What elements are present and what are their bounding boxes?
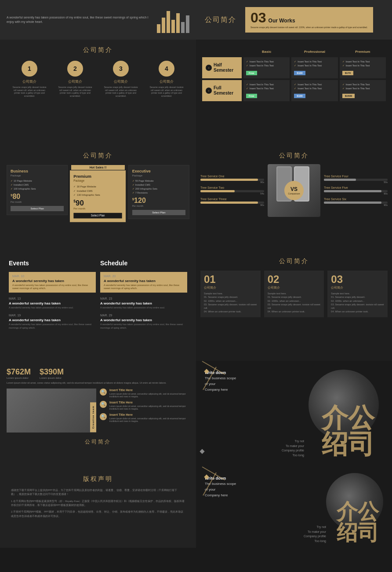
r5c1-insert-items: 🔍 Insert Title Here Lorem ipsum dolor si… bbox=[100, 389, 189, 433]
ncard-2-num: 02 bbox=[268, 274, 321, 285]
full-premium-price: $1500 bbox=[342, 94, 355, 98]
stat-1: $762M Lorem ipsum dolor bbox=[7, 367, 31, 379]
full-arrow[interactable]: › bbox=[206, 88, 212, 94]
panel-r1c2: 公司简介 03 Our Works Sesame snaps jelly des… bbox=[196, 0, 392, 40]
ncard-2-label: 公司简介 bbox=[268, 286, 321, 290]
r5c1-bottom-label: 公司简介 bbox=[7, 438, 189, 446]
th-premium: Premium bbox=[340, 48, 386, 55]
insert-2-icon: 🔍 bbox=[100, 401, 107, 408]
bar-chart bbox=[157, 7, 189, 33]
evt-1-highlighted: MAR. 10 A wonderful serenity has taken A… bbox=[9, 272, 96, 293]
ncard-3: 03 公司简介 Sample text here. 01. Sesame sna… bbox=[327, 271, 388, 317]
half-title: HalfSemester bbox=[214, 62, 233, 73]
num-item-4: 4 公司简介 Sesame snaps jelly dessert tootsi… bbox=[149, 61, 184, 97]
comp-left: Tree Service One 90s Tree Service Two 54… bbox=[200, 175, 264, 206]
pkg-business-f3: 100 Infographic Sets bbox=[11, 187, 64, 190]
numbered-cards: 01 公司简介 Sample text here. 01. Sesame sna… bbox=[200, 271, 388, 317]
pkg-executive-price: $120 bbox=[132, 197, 185, 205]
service-four: Tree Service Four 50s bbox=[324, 175, 388, 183]
stat-1-label: Lorem ipsum dolor bbox=[7, 377, 31, 379]
num-label-2: 公司简介 bbox=[68, 79, 82, 84]
bar-5 bbox=[176, 13, 180, 33]
schedule-col: Schedule MAR. 20 A wonderful serenity ha… bbox=[100, 260, 187, 334]
pkg-executive-btn[interactable]: Select Plan bbox=[132, 210, 185, 215]
schedule-title: Schedule bbox=[100, 260, 187, 267]
semester-table: Basic Professional Premium › HalfSemeste… bbox=[200, 46, 388, 103]
pkg-business-price: $80 bbox=[11, 193, 64, 201]
row5: $762M Lorem ipsum dolor $390M Lorem ipsu… bbox=[0, 361, 392, 466]
pkg-executive-f3: 200 Infographic Sets bbox=[132, 187, 185, 190]
pkg-business: Business Package 10 Page Website Install… bbox=[7, 165, 68, 215]
insert-2-text: Insert Title Here Lorem ipsum dolor sit … bbox=[109, 401, 189, 411]
half-basic: Insert Text In This Text Insert Text In … bbox=[243, 57, 290, 78]
service-six: Tree Service Six 90s bbox=[324, 198, 388, 206]
num-circle-4: 4 bbox=[159, 61, 174, 77]
th-professional: Professional bbox=[291, 48, 338, 55]
ncard-1-label: 公司简介 bbox=[204, 286, 257, 290]
evt-1: MAR. 10 A wonderful serenity has taken A… bbox=[9, 272, 96, 293]
half-arrow[interactable]: › bbox=[206, 65, 212, 71]
stats-row: $762M Lorem ipsum dolor $390M Lorem ipsu… bbox=[7, 367, 189, 379]
vs-circle: VS Comparison bbox=[284, 181, 304, 200]
stat-2-label: Lorem ipsum dolor bbox=[40, 377, 64, 379]
num-label-1: 公司简介 bbox=[22, 79, 36, 84]
big-chars: 介公绍司 bbox=[322, 405, 374, 458]
pkg-business-subtitle: Package bbox=[11, 174, 64, 177]
pkg-premium-btn[interactable]: Select Plan bbox=[74, 213, 123, 219]
try-not: Try notTo make yourCompany profileToo lo… bbox=[282, 439, 304, 458]
panel-r3c2: 公司简介 Tree Service One 90s Tree Service T… bbox=[196, 145, 392, 251]
panel-r6c2: Write down The business scope of your Co… bbox=[196, 466, 392, 548]
num-desc-2: Sesame snaps jelly dessert tootsie roll … bbox=[58, 86, 93, 97]
our-works-box: 03 Our Works Sesame snaps jelly dessert … bbox=[245, 7, 373, 33]
pkg-executive-name: Executive bbox=[132, 169, 185, 173]
row1: A wonderful serenity has taken possessio… bbox=[0, 0, 392, 40]
ow-desc: Sesame snaps jelly dessert tootsie roll … bbox=[250, 26, 368, 29]
service-three: Tree Service Three 90s bbox=[200, 198, 264, 206]
ncard-3-label: 公司简介 bbox=[331, 286, 384, 290]
row2: 公司简介 1 公司简介 Sesame snaps jelly dessert t… bbox=[0, 40, 392, 145]
full-semester-row: › FullSemester Insert Text In This Text … bbox=[202, 80, 386, 101]
num-circle-3: 3 bbox=[113, 61, 129, 77]
pkg-premium-f2: Installed CMS bbox=[74, 189, 123, 192]
r5c1-bottom: Creative team 🔍 Insert Title Here Lorem … bbox=[7, 389, 189, 433]
service-one: Tree Service One 90s bbox=[200, 175, 264, 183]
insert-3-icon: 🔍 bbox=[100, 413, 107, 420]
pkg-business-period: Per month bbox=[11, 201, 64, 203]
r3c1-title: 公司简介 bbox=[7, 152, 189, 160]
insert-1-text: Insert Title Here Lorem ipsum dolor sit … bbox=[109, 389, 189, 398]
half-pro: Insert Text In This Text Insert Text In … bbox=[291, 57, 338, 78]
panel-r6c1: 版权声明 感谢您下载千库网平台上提供的PPT作品，为了您和千库网以及原创作者的利… bbox=[0, 466, 196, 548]
full-basic: Insert Text In This Text Insert Text In … bbox=[243, 80, 290, 101]
numbered-items: 1 公司简介 Sesame snaps jelly dessert tootsi… bbox=[7, 61, 189, 97]
row3: 公司简介 Business Package 10 Page Website In… bbox=[0, 145, 392, 251]
pkg-business-btn[interactable]: Select Plan bbox=[11, 206, 64, 211]
full-title: FullSemester bbox=[214, 85, 233, 96]
pkg-executive-period: Per month bbox=[132, 205, 185, 207]
copyright-p2: 1.在千库网出售的PPT模板是素源类型号（好：Royalty-Free）正接受《… bbox=[11, 499, 185, 508]
pkg-executive-f1: 55 Page Website bbox=[132, 179, 185, 182]
evt-3: MAR. 19 A wonderful serenity has taken A… bbox=[9, 314, 96, 329]
ncard-1: 01 公司简介 Sample text here. 01. Sesame sna… bbox=[200, 271, 261, 317]
ow-title: Our Works bbox=[269, 18, 295, 24]
panel-r3c1: 公司简介 Business Package 10 Page Website In… bbox=[0, 145, 196, 251]
full-pro-price: $100 bbox=[294, 94, 305, 98]
num-circle-2: 2 bbox=[67, 61, 83, 77]
bar-1 bbox=[157, 24, 160, 33]
pkg-premium-f3: 130 Infographic Sets bbox=[74, 193, 123, 196]
stat-2: $390M Lorem ipsum dolor bbox=[40, 367, 64, 379]
num-desc-1: Sesame snaps jelly dessert tootsie roll … bbox=[12, 86, 47, 97]
r3c2-title: 公司简介 bbox=[200, 152, 388, 160]
stat-1-val: $762M bbox=[7, 367, 31, 377]
pkg-premium-price: $90 bbox=[74, 199, 123, 207]
pkg-executive-subtitle: Package bbox=[132, 174, 185, 177]
row4: Events MAR. 10 A wonderful serenity has … bbox=[0, 251, 392, 361]
pkg-business-f1: 10 Page Website bbox=[11, 179, 64, 182]
stat-2-val: $390M bbox=[40, 367, 64, 377]
panel-r1c1: A wonderful serenity has taken possessio… bbox=[0, 0, 196, 40]
pricing-packages: Business Package 10 Page Website Install… bbox=[7, 165, 189, 221]
num-item-3: 3 公司简介 Sesame snaps jelly dessert tootsi… bbox=[103, 61, 138, 97]
r5c1-stats: $762M Lorem ipsum dolor $390M Lorem ipsu… bbox=[7, 367, 189, 385]
sch-2: MAR. 23 A wonderful serenity has taken A… bbox=[100, 297, 187, 309]
half-semester-row: › HalfSemester Insert Text In This Text … bbox=[202, 57, 386, 78]
bar-2 bbox=[162, 18, 165, 33]
